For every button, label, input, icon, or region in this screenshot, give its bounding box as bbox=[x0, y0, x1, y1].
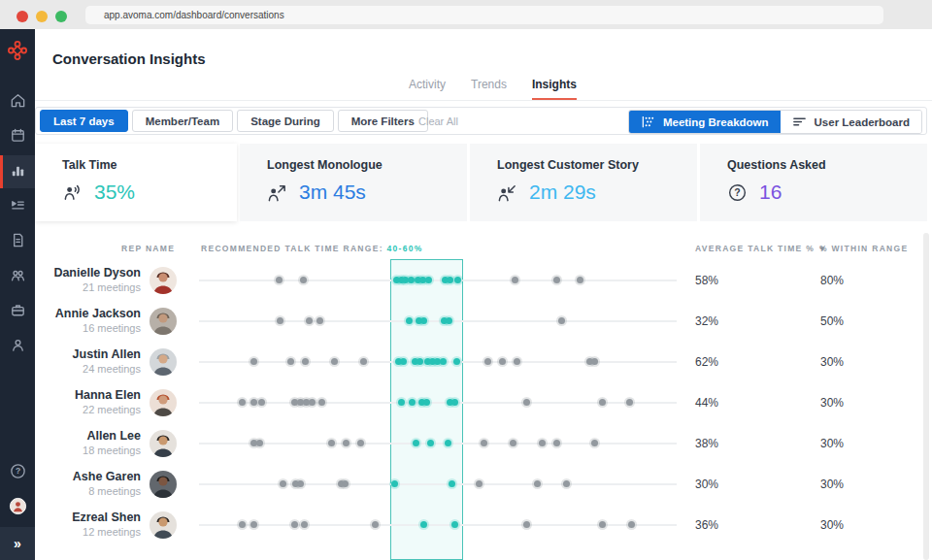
meeting-dot[interactable] bbox=[591, 358, 598, 365]
filter-button-stage-during[interactable]: Stage During bbox=[237, 110, 334, 132]
meeting-dot-in-range[interactable] bbox=[408, 277, 415, 283]
meeting-dot[interactable] bbox=[258, 399, 265, 406]
meeting-dot-in-range[interactable] bbox=[440, 358, 447, 365]
avatar[interactable] bbox=[150, 389, 177, 416]
meeting-dot[interactable] bbox=[328, 440, 335, 446]
meeting-dot[interactable] bbox=[591, 440, 598, 446]
meeting-dot[interactable] bbox=[476, 480, 483, 487]
meeting-dot[interactable] bbox=[287, 358, 294, 365]
tab-insights[interactable]: Insights bbox=[532, 78, 577, 100]
meeting-dot[interactable] bbox=[280, 480, 286, 487]
avatar[interactable] bbox=[150, 471, 177, 498]
meeting-dot-in-range[interactable] bbox=[420, 521, 427, 528]
filter-button-more-filters[interactable]: More Filters bbox=[338, 110, 428, 132]
meeting-dot-in-range[interactable] bbox=[400, 358, 407, 365]
meeting-dot-in-range[interactable] bbox=[447, 277, 453, 283]
view-button-user-leaderboard[interactable]: User Leaderboard bbox=[781, 111, 921, 133]
filter-button-last-7-days[interactable]: Last 7 days bbox=[40, 110, 128, 132]
meeting-dot[interactable] bbox=[523, 521, 530, 528]
meeting-dot[interactable] bbox=[309, 399, 316, 406]
meeting-dot-in-range[interactable] bbox=[453, 358, 460, 365]
meeting-dot[interactable] bbox=[331, 358, 338, 365]
meeting-dot[interactable] bbox=[277, 317, 283, 324]
view-button-meeting-breakdown[interactable]: Meeting Breakdown bbox=[629, 111, 781, 133]
avatar[interactable] bbox=[150, 511, 177, 539]
meeting-dot[interactable] bbox=[276, 277, 283, 283]
rep-cell[interactable]: Allen Lee18 meetings bbox=[29, 429, 141, 456]
meeting-dot[interactable] bbox=[300, 277, 307, 283]
close-window-button[interactable] bbox=[17, 11, 28, 22]
filter-button-member-team[interactable]: Member/Team bbox=[132, 110, 233, 132]
avoma-logo-icon[interactable] bbox=[6, 39, 29, 62]
meeting-dot[interactable] bbox=[563, 480, 570, 487]
meeting-dot[interactable] bbox=[239, 399, 246, 406]
meeting-dot[interactable] bbox=[481, 440, 487, 446]
meeting-dot-in-range[interactable] bbox=[425, 277, 432, 283]
tab-trends[interactable]: Trends bbox=[471, 78, 507, 100]
meeting-dot[interactable] bbox=[599, 399, 606, 406]
meeting-dot-in-range[interactable] bbox=[446, 317, 452, 324]
meeting-dot-in-range[interactable] bbox=[451, 399, 458, 406]
rep-cell[interactable]: Justin Allen24 meetings bbox=[29, 347, 141, 375]
avatar[interactable] bbox=[150, 430, 177, 457]
meeting-dot[interactable] bbox=[342, 480, 349, 487]
meeting-dot[interactable] bbox=[523, 399, 530, 406]
meeting-dot[interactable] bbox=[626, 399, 633, 406]
meeting-dot[interactable] bbox=[599, 521, 606, 528]
avatar[interactable] bbox=[150, 308, 177, 335]
meeting-dot-in-range[interactable] bbox=[398, 399, 405, 406]
meeting-dot[interactable] bbox=[250, 399, 257, 406]
sidebar-item-insights-chart[interactable] bbox=[0, 155, 35, 188]
meeting-dot-in-range[interactable] bbox=[451, 521, 458, 528]
stat-card-longest-monologue[interactable]: Longest Monologue3m 45s bbox=[240, 144, 467, 221]
rep-cell[interactable]: Ezreal Shen12 meetings bbox=[29, 511, 141, 538]
meeting-dot-in-range[interactable] bbox=[406, 317, 413, 324]
meeting-dot[interactable] bbox=[628, 521, 635, 528]
meeting-dot[interactable] bbox=[291, 521, 298, 528]
meeting-dot[interactable] bbox=[306, 317, 313, 324]
rep-cell[interactable]: Hanna Elen22 meetings bbox=[29, 388, 141, 415]
rep-cell[interactable]: Ashe Garen8 meetings bbox=[29, 470, 141, 497]
meeting-dot[interactable] bbox=[250, 358, 257, 365]
meeting-dot[interactable] bbox=[553, 277, 560, 283]
meeting-dot[interactable] bbox=[512, 277, 518, 283]
meeting-dot[interactable] bbox=[360, 358, 367, 365]
meeting-dot-in-range[interactable] bbox=[416, 358, 423, 365]
stat-card-talk-time[interactable]: Talk Time35% bbox=[35, 144, 237, 221]
url-bar[interactable]: app.avoma.com/dashboard/conversations bbox=[85, 6, 883, 24]
col-average-talk-time[interactable]: AVERAGE TALK TIME %▼ bbox=[695, 244, 827, 253]
meeting-dot-in-range[interactable] bbox=[427, 440, 434, 446]
meeting-dot[interactable] bbox=[256, 440, 263, 446]
meeting-dot[interactable] bbox=[316, 317, 323, 324]
avatar[interactable] bbox=[150, 348, 177, 376]
meeting-dot[interactable] bbox=[357, 440, 364, 446]
maximize-window-button[interactable] bbox=[55, 11, 67, 22]
meeting-dot[interactable] bbox=[484, 358, 491, 365]
meeting-dot-in-range[interactable] bbox=[391, 480, 398, 487]
meeting-dot-in-range[interactable] bbox=[413, 440, 419, 446]
clear-all-button[interactable]: Clear All bbox=[418, 115, 458, 127]
sidebar-item-calendar[interactable] bbox=[0, 120, 35, 153]
meeting-dot-in-range[interactable] bbox=[445, 440, 451, 446]
meeting-dot[interactable] bbox=[343, 440, 350, 446]
meeting-dot-in-range[interactable] bbox=[420, 317, 427, 324]
meeting-dot[interactable] bbox=[514, 358, 520, 365]
stat-card-longest-customer-story[interactable]: Longest Customer Story2m 29s bbox=[470, 144, 697, 221]
meeting-dot[interactable] bbox=[372, 521, 379, 528]
stat-card-questions-asked[interactable]: Questions Asked?16 bbox=[700, 144, 927, 221]
meeting-dot[interactable] bbox=[539, 440, 546, 446]
meeting-dot[interactable] bbox=[510, 440, 516, 446]
rep-cell[interactable]: Danielle Dyson21 meetings bbox=[29, 266, 141, 293]
meeting-dot[interactable] bbox=[302, 358, 309, 365]
meeting-dot[interactable] bbox=[239, 521, 246, 528]
meeting-dot[interactable] bbox=[499, 358, 506, 365]
meeting-dot[interactable] bbox=[558, 317, 565, 324]
rep-cell[interactable]: Annie Jackson16 meetings bbox=[29, 307, 141, 334]
meeting-dot[interactable] bbox=[577, 277, 583, 283]
meeting-dot[interactable] bbox=[250, 521, 257, 528]
meeting-dot-in-range[interactable] bbox=[423, 399, 430, 406]
tab-activity[interactable]: Activity bbox=[409, 78, 446, 100]
meeting-dot[interactable] bbox=[301, 521, 308, 528]
meeting-dot[interactable] bbox=[318, 399, 325, 406]
sidebar-item-home[interactable] bbox=[0, 85, 35, 118]
